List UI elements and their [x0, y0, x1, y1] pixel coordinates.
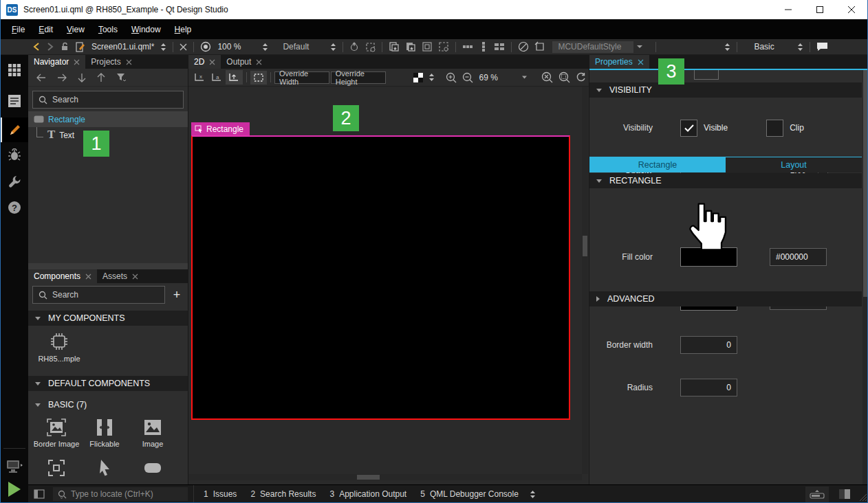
section-visibility[interactable]: VISIBILITY: [589, 82, 862, 98]
distribute-horizontal-icon[interactable]: [459, 42, 476, 52]
back-icon[interactable]: [30, 42, 43, 52]
zoom-out-icon[interactable]: [459, 72, 476, 83]
canvas-color-icon[interactable]: [411, 73, 426, 82]
2d-canvas[interactable]: Rectangle 2: [188, 87, 589, 484]
component-mousearea[interactable]: [82, 458, 127, 481]
close-icon[interactable]: [126, 59, 132, 65]
close-icon[interactable]: [85, 273, 91, 280]
sidebar-toggle-icon[interactable]: [34, 489, 45, 499]
bounds-outline-icon[interactable]: [419, 41, 435, 52]
menu-edit[interactable]: Edit: [32, 23, 60, 36]
visible-checkbox[interactable]: [680, 120, 697, 137]
document-spinner-icon[interactable]: [158, 43, 169, 52]
edit-off-icon[interactable]: [515, 41, 532, 52]
viewport-icon[interactable]: [532, 41, 548, 52]
paste-asset-icon[interactable]: [402, 41, 419, 52]
distribute-vertical-icon[interactable]: [476, 41, 491, 52]
component-border-image[interactable]: Border Image: [34, 418, 79, 448]
preview-zoom-spinner-icon[interactable]: [259, 43, 271, 52]
bounds-outline-alt-icon[interactable]: [435, 41, 452, 52]
grid-layout-icon[interactable]: [491, 41, 508, 52]
horizontal-scrollbar-thumb[interactable]: [357, 475, 380, 480]
clip-checkbox[interactable]: [766, 120, 783, 137]
zoom-all-icon[interactable]: [539, 71, 556, 83]
override-width-input[interactable]: Override Width: [274, 71, 329, 84]
component-rectangle[interactable]: [130, 458, 175, 481]
fill-color-input[interactable]: #000000: [770, 248, 827, 266]
run-preview-icon[interactable]: [197, 41, 214, 52]
design-mode-icon[interactable]: [1, 118, 28, 142]
target-spinner-icon[interactable]: [327, 43, 339, 52]
zoom-in-icon[interactable]: [443, 72, 459, 83]
fit-text-icon[interactable]: a: [208, 72, 226, 82]
filter-icon[interactable]: [116, 73, 127, 82]
section-advanced[interactable]: ADVANCED: [589, 291, 862, 306]
subtab-rectangle[interactable]: Rectangle: [589, 157, 726, 172]
close-document-icon[interactable]: [177, 43, 190, 51]
share-icon[interactable]: [347, 42, 362, 52]
welcome-mode-icon[interactable]: [1, 58, 28, 82]
canvas-color-spinner-icon[interactable]: [426, 73, 437, 82]
style-dropdown-icon[interactable]: [633, 44, 646, 49]
properties-scrollbar-thumb[interactable]: [863, 70, 868, 297]
close-icon[interactable]: [638, 59, 644, 65]
close-icon[interactable]: [209, 59, 215, 65]
target-select[interactable]: Default: [279, 42, 327, 52]
properties-scrollbar[interactable]: [862, 70, 868, 484]
menu-view[interactable]: View: [60, 23, 91, 36]
output-panel-toggle-icon[interactable]: [838, 489, 851, 500]
close-button[interactable]: [836, 0, 867, 19]
tree-item-rectangle[interactable]: Rectangle: [28, 111, 188, 127]
subtab-layout[interactable]: Layout: [726, 157, 862, 172]
copy-asset-icon[interactable]: [386, 41, 402, 52]
move-right-icon[interactable]: [57, 74, 67, 82]
fill-color-swatch[interactable]: [680, 247, 737, 267]
tab-2d[interactable]: 2D: [188, 55, 221, 69]
forward-icon[interactable]: [43, 42, 57, 52]
move-up-icon[interactable]: [97, 73, 105, 82]
tab-projects[interactable]: Projects: [85, 55, 137, 69]
resize-grip[interactable]: [858, 492, 867, 502]
kit-selector-icon[interactable]: [1, 455, 28, 480]
component-item[interactable]: [34, 458, 79, 481]
section-rectangle[interactable]: RECTANGLE: [589, 173, 862, 188]
components-search-input[interactable]: Search: [32, 286, 165, 304]
component-flickable[interactable]: Flickable: [82, 418, 127, 448]
move-left-icon[interactable]: [36, 74, 46, 82]
pane-selector-icon[interactable]: [530, 490, 536, 499]
override-height-input[interactable]: Override Height: [331, 71, 386, 84]
radius-input[interactable]: 0: [680, 379, 737, 396]
close-icon[interactable]: [74, 59, 80, 65]
menu-file[interactable]: File: [5, 23, 32, 36]
help-mode-icon[interactable]: ?: [1, 195, 28, 220]
close-icon[interactable]: [132, 273, 138, 280]
qml-rectangle-item[interactable]: [191, 135, 570, 420]
component-image[interactable]: Image: [130, 418, 175, 448]
pane-application-output[interactable]: 3Application Output: [323, 489, 413, 499]
lock-icon[interactable]: [57, 42, 72, 52]
selection-frame-icon[interactable]: [362, 42, 378, 52]
tab-assets[interactable]: Assets: [97, 269, 144, 283]
reset-size-icon[interactable]: x: [191, 72, 208, 82]
preview-zoom-value[interactable]: 100 %: [214, 42, 244, 52]
section-basic[interactable]: BASIC (7): [28, 397, 94, 412]
snapping-icon[interactable]: [250, 71, 267, 85]
reset-view-icon[interactable]: [573, 72, 589, 82]
minimize-button[interactable]: [772, 0, 804, 19]
build-progress-icon[interactable]: [805, 487, 829, 502]
menu-tools[interactable]: Tools: [91, 23, 124, 36]
anchors-icon[interactable]: [226, 70, 243, 85]
pane-search-results[interactable]: 2Search Results: [243, 489, 323, 499]
horizontal-scrollbar[interactable]: [188, 474, 582, 480]
menu-window[interactable]: Window: [124, 23, 168, 36]
section-default-components[interactable]: DEFAULT COMPONENTS: [28, 376, 188, 391]
feedback-icon[interactable]: [814, 42, 831, 52]
mode-select[interactable]: Basic: [750, 42, 794, 52]
locator-input[interactable]: Type to locate (Ctrl+K): [53, 487, 188, 501]
navigator-search-input[interactable]: Search: [32, 91, 184, 109]
debug-mode-icon[interactable]: [1, 143, 28, 168]
vertical-scrollbar[interactable]: [582, 87, 588, 474]
menu-help[interactable]: Help: [168, 23, 199, 36]
mode-spinner-icon[interactable]: [794, 43, 806, 52]
projects-mode-icon[interactable]: [1, 169, 28, 194]
